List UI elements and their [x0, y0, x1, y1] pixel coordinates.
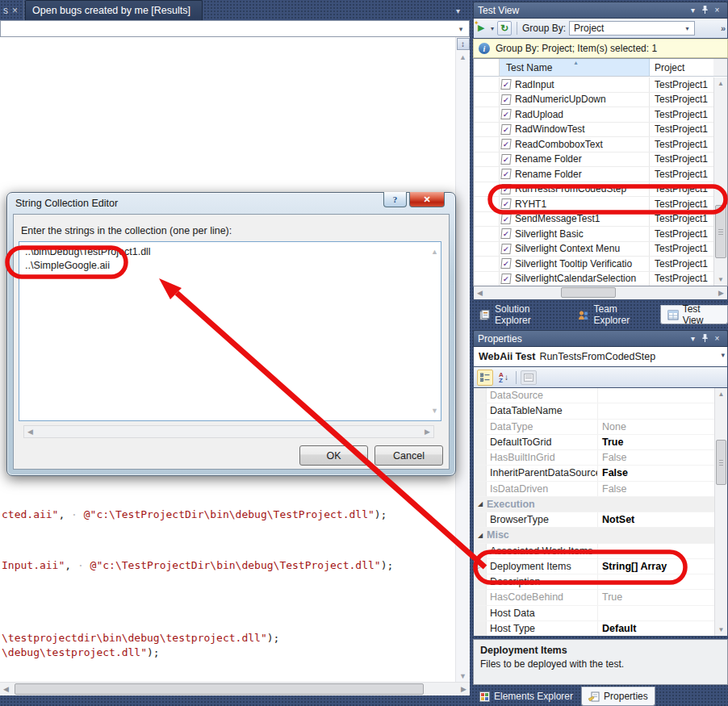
property-value[interactable]: False: [598, 483, 714, 495]
scroll-up-icon[interactable]: ▲: [431, 245, 438, 259]
scroll-up-icon[interactable]: ▲: [714, 80, 727, 87]
row-selector-cell[interactable]: [474, 107, 500, 122]
category-expander[interactable]: ◢: [474, 528, 487, 542]
test-row[interactable]: ✓Silverlight Context MenuTestProject1: [474, 242, 713, 257]
strings-textarea[interactable]: ..\bin\Debug\TestProject1.dll..\SimpleGo…: [19, 241, 441, 421]
property-pages-button[interactable]: [521, 370, 537, 385]
chevron-down-icon[interactable]: ▾: [721, 351, 725, 359]
test-row[interactable]: ✓Rename FolderTestProject1: [474, 152, 713, 168]
tab-partial[interactable]: s ×: [0, 0, 24, 20]
test-name-column-header[interactable]: Test Name ▴: [500, 59, 650, 76]
row-selector-cell[interactable]: [474, 77, 500, 92]
splitter-handle[interactable]: ↕: [457, 38, 470, 50]
scroll-right-icon[interactable]: ▶: [425, 428, 430, 436]
scrollbar-thumb[interactable]: [715, 205, 726, 258]
test-row[interactable]: ✓RadUploadTestProject1: [474, 107, 713, 123]
scroll-down-icon[interactable]: ▼: [715, 626, 727, 633]
test-row[interactable]: ✓Silverlight Tooltip VerificatioTestProj…: [474, 257, 713, 272]
pin-icon[interactable]: [699, 333, 711, 345]
scroll-right-icon[interactable]: ▶: [718, 289, 724, 297]
scroll-up-icon[interactable]: ▲: [456, 53, 470, 61]
scroll-down-icon[interactable]: ▼: [431, 404, 438, 418]
textarea-horizontal-scrollbar[interactable]: ◀ ▶: [23, 425, 434, 438]
row-selector-cell[interactable]: [474, 197, 500, 211]
close-icon[interactable]: ×: [711, 5, 723, 16]
cancel-button[interactable]: Cancel: [374, 445, 443, 466]
scroll-up-icon[interactable]: ▲: [715, 391, 727, 398]
property-row[interactable]: DataTypeNone: [474, 420, 714, 435]
tab-elements-explorer[interactable]: Elements Explorer: [473, 687, 579, 706]
tab-open-bugs[interactable]: Open bugs created by me [Results]: [25, 0, 203, 20]
tab-solution-explorer[interactable]: Solution Explorer: [473, 305, 570, 324]
property-row[interactable]: Associated Work Items: [474, 544, 714, 559]
category-expander[interactable]: ◢: [474, 497, 487, 512]
pin-icon[interactable]: [699, 5, 711, 16]
editor-vertical-scrollbar[interactable]: ↕ ▲ ▼: [455, 37, 470, 682]
property-value[interactable]: String[] Array: [598, 561, 714, 572]
scrollbar-thumb[interactable]: [15, 683, 424, 695]
scroll-right-icon[interactable]: ▶: [461, 685, 467, 693]
run-tests-icon[interactable]: ✦ ▶: [476, 23, 487, 34]
tab-close-icon[interactable]: ×: [12, 5, 18, 16]
row-selector-cell[interactable]: [474, 227, 500, 241]
tab-team-explorer[interactable]: Team Explorer: [571, 305, 658, 324]
close-icon[interactable]: ×: [711, 333, 723, 345]
property-row[interactable]: ▷Deployment ItemsString[] Array: [474, 559, 714, 574]
scroll-left-icon[interactable]: ◀: [3, 685, 9, 693]
property-grid-scrollbar[interactable]: ▲ ▼: [714, 388, 727, 636]
dialog-close-button[interactable]: ✕: [409, 192, 445, 207]
properties-titlebar[interactable]: Properties ▾ ×: [473, 330, 728, 347]
query-combo[interactable]: ▾: [0, 20, 470, 37]
editor-horizontal-scrollbar[interactable]: ◀ ▶: [0, 682, 470, 696]
property-row[interactable]: DataSource: [474, 388, 714, 403]
scrollbar-thumb[interactable]: [561, 287, 616, 298]
row-selector-cell[interactable]: [474, 242, 500, 257]
ok-button[interactable]: OK: [299, 445, 368, 466]
property-category-row[interactable]: ◢Misc: [474, 528, 714, 543]
categorized-view-button[interactable]: [477, 370, 493, 386]
project-column-header[interactable]: Project: [650, 59, 713, 76]
alphabetical-sort-button[interactable]: AZ ↓: [496, 370, 512, 386]
property-value[interactable]: False: [598, 452, 714, 463]
help-button[interactable]: ?: [383, 192, 407, 207]
property-value[interactable]: NotSet: [598, 514, 714, 525]
test-view-titlebar[interactable]: Test View ▾ ×: [473, 2, 728, 19]
collapsed-expander-icon[interactable]: ▷: [477, 562, 482, 570]
test-row[interactable]: ✓Rename FolderTestProject1: [474, 167, 713, 182]
group-by-combo[interactable]: Project ▾: [569, 21, 695, 36]
property-row[interactable]: HasCodeBehindTrue: [474, 590, 714, 605]
test-row[interactable]: ✓Silverlight BasicTestProject1: [474, 227, 713, 242]
row-selector-cell[interactable]: [474, 272, 500, 286]
property-row[interactable]: Description: [474, 574, 714, 590]
row-selector-cell[interactable]: [474, 167, 500, 182]
test-row[interactable]: ✓SilverlightCalendarSelectionTestProject…: [474, 272, 713, 287]
row-selector-cell[interactable]: [474, 93, 500, 107]
test-list-horizontal-scrollbar[interactable]: ◀ ▶: [473, 286, 728, 300]
test-row[interactable]: ✓RadInputTestProject1: [474, 77, 713, 93]
property-value[interactable]: False: [598, 467, 714, 478]
chevron-down-icon[interactable]: ▾: [682, 23, 692, 33]
property-row[interactable]: Host Data: [474, 606, 714, 621]
document-list-dropdown-icon[interactable]: ▾: [456, 6, 460, 15]
toolbar-overflow-icon[interactable]: »: [721, 23, 725, 33]
test-row[interactable]: ✓RadWindowTestTestProject1: [474, 123, 713, 138]
property-row[interactable]: IsDataDrivenFalse: [474, 482, 714, 497]
property-row[interactable]: DataTableName: [474, 403, 714, 419]
tab-test-view[interactable]: Test View: [660, 305, 728, 324]
property-category-row[interactable]: ◢Execution: [474, 497, 714, 512]
tab-properties[interactable]: Properties: [581, 687, 655, 706]
property-row[interactable]: DefaultToGridTrue: [474, 435, 714, 450]
property-row[interactable]: BrowserTypeNotSet: [474, 512, 714, 528]
property-row[interactable]: HasBuiltInGridFalse: [474, 450, 714, 466]
scroll-left-icon[interactable]: ◀: [27, 428, 33, 436]
row-selector-cell[interactable]: [474, 152, 500, 167]
test-row[interactable]: ✓RadNumericUpDownTestProject1: [474, 93, 713, 108]
window-menu-icon[interactable]: ▾: [687, 333, 699, 345]
row-selector-cell[interactable]: [474, 182, 500, 197]
row-selector-cell[interactable]: [474, 137, 500, 152]
property-value[interactable]: Default: [598, 623, 714, 634]
row-selector-cell[interactable]: [474, 212, 500, 227]
test-list-vertical-scrollbar[interactable]: ▲ ▼: [713, 77, 727, 286]
test-row[interactable]: ✓ReadComboboxTextTestProject1: [474, 137, 713, 152]
scroll-left-icon[interactable]: ◀: [477, 289, 483, 297]
